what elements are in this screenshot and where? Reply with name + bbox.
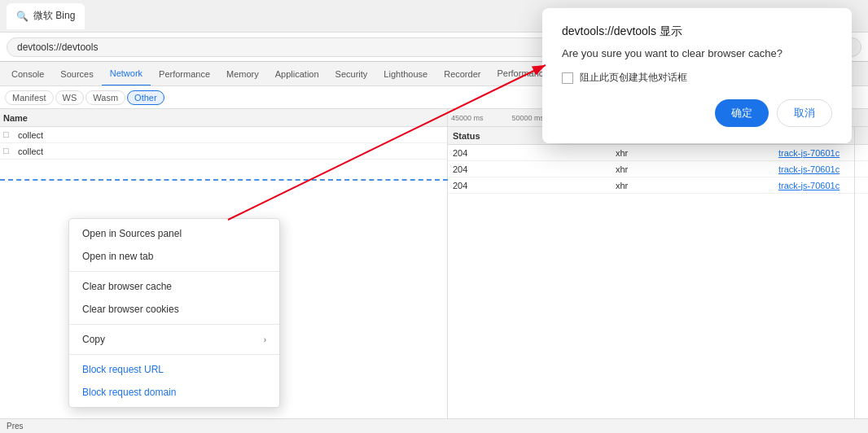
- type-cell: xhr: [611, 164, 774, 174]
- tab-memory[interactable]: Memory: [218, 62, 267, 86]
- dialog-checkbox[interactable]: [562, 72, 573, 84]
- menu-item-label: Clear browser cache: [82, 281, 172, 292]
- file-icon: □: [3, 129, 15, 141]
- initiator-cell[interactable]: track-js-70601c: [774, 148, 854, 158]
- data-row[interactable]: 204 xhr track-js-70601c: [448, 177, 854, 194]
- initiator-cell[interactable]: track-js-70601c: [774, 164, 854, 174]
- dialog-checkbox-label: 阻止此页创建其他对话框: [580, 71, 687, 85]
- menu-block-domain[interactable]: Block request domain: [69, 381, 279, 404]
- menu-item-label: Open in new tab: [82, 251, 153, 262]
- menu-item-label: Open in Sources panel: [82, 228, 182, 239]
- menu-copy[interactable]: Copy ›: [69, 328, 279, 351]
- data-row[interactable]: 204 xhr track-js-70601c: [448, 145, 854, 161]
- tab-console[interactable]: Console: [3, 62, 52, 86]
- filter-wasm[interactable]: Wasm: [85, 90, 125, 105]
- filter-other[interactable]: Other: [127, 90, 164, 105]
- tab-sources[interactable]: Sources: [52, 62, 101, 86]
- tab-performance[interactable]: Performance: [151, 62, 218, 86]
- row-filename: collect: [18, 130, 43, 140]
- tab-application[interactable]: Application: [267, 62, 327, 86]
- dialog-box: devtools://devtools 显示 Are you sure you …: [542, 8, 852, 143]
- row-filename: collect: [18, 147, 43, 156]
- menu-clear-cache[interactable]: Clear browser cache: [69, 275, 279, 298]
- context-menu: Open in Sources panel Open in new tab Cl…: [68, 218, 280, 408]
- type-cell: xhr: [611, 148, 774, 158]
- dialog-checkbox-row: 阻止此页创建其他对话框: [562, 71, 832, 85]
- tab-security[interactable]: Security: [327, 62, 376, 86]
- menu-item-label: Block request URL: [82, 364, 164, 375]
- menu-clear-cookies[interactable]: Clear browser cookies: [69, 298, 279, 321]
- browser-tab[interactable]: 🔍 微软 Bing: [7, 3, 85, 29]
- status-cell: 204: [448, 164, 611, 174]
- filter-manifest[interactable]: Manifest: [5, 90, 54, 105]
- type-cell: xhr: [611, 181, 774, 190]
- timeline-bar-area: [855, 127, 868, 418]
- menu-separator: [69, 324, 279, 325]
- data-row[interactable]: 204 xhr track-js-70601c: [448, 161, 854, 177]
- menu-item-label: Block request domain: [82, 387, 176, 398]
- dialog-cancel-button[interactable]: 取消: [777, 99, 832, 127]
- submenu-arrow-icon: ›: [264, 335, 266, 344]
- bar-row-2: [855, 161, 868, 177]
- file-icon: □: [3, 146, 15, 157]
- status-cell: 204: [448, 181, 611, 190]
- bar-row-3: [855, 177, 868, 194]
- dialog-buttons: 确定 取消: [562, 99, 832, 127]
- blue-dashed-line: [0, 179, 448, 181]
- table-row[interactable]: □ collect: [0, 143, 447, 160]
- status-bar: Pres: [0, 418, 868, 433]
- status-cell: 204: [448, 148, 611, 158]
- tick-45000: 45000 ms: [451, 114, 484, 122]
- status-text: Pres: [7, 422, 24, 431]
- menu-open-tab[interactable]: Open in new tab: [69, 245, 279, 268]
- table-row[interactable]: □ collect: [0, 127, 447, 143]
- network-right-panel: 45000 ms 50000 ms 55000 ms 60000 ms 6500…: [448, 109, 868, 418]
- tab-network[interactable]: Network: [102, 62, 151, 86]
- dialog-title: devtools://devtools 显示: [562, 24, 832, 39]
- table-header: Name: [0, 109, 447, 127]
- dialog-message: Are you sure you want to clear browser c…: [562, 47, 832, 59]
- menu-item-label: Clear browser cookies: [82, 304, 179, 315]
- menu-item-label: Copy: [82, 334, 105, 345]
- menu-separator: [69, 354, 279, 355]
- bar-row-1: [855, 145, 868, 161]
- tab-lighthouse[interactable]: Lighthouse: [375, 62, 436, 86]
- column-name-header: Name: [0, 113, 147, 123]
- menu-separator: [69, 271, 279, 272]
- tab-recorder[interactable]: Recorder: [436, 62, 489, 86]
- tick-50000: 50000 ms: [512, 114, 545, 122]
- menu-open-sources[interactable]: Open in Sources panel: [69, 222, 279, 245]
- tab-title: 微软 Bing: [33, 9, 75, 23]
- dialog-confirm-button[interactable]: 确定: [715, 99, 769, 127]
- filter-ws[interactable]: WS: [55, 90, 85, 105]
- menu-block-url[interactable]: Block request URL: [69, 358, 279, 381]
- initiator-cell[interactable]: track-js-70601c: [774, 181, 854, 190]
- tab-favicon: 🔍: [16, 11, 28, 22]
